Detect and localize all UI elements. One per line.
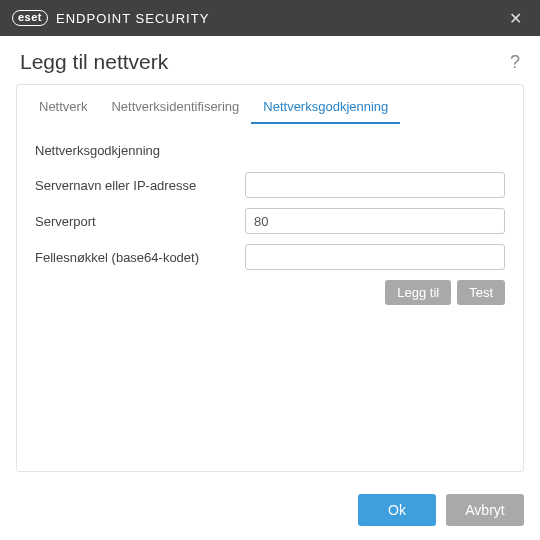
ok-button[interactable]: Ok [358,494,436,526]
server-name-label: Servernavn eller IP-adresse [35,178,245,193]
product-name: ENDPOINT SECURITY [56,11,209,26]
cancel-button[interactable]: Avbryt [446,494,524,526]
server-port-input[interactable] [245,208,505,234]
dialog-footer: Ok Avbryt [358,494,524,526]
form-area: Nettverksgodkjenning Servernavn eller IP… [17,125,523,471]
page-title: Legg til nettverk [20,50,168,74]
shared-key-label: Fellesnøkkel (base64-kodet) [35,250,245,265]
close-icon[interactable]: ✕ [503,5,528,32]
section-title: Nettverksgodkjenning [35,143,505,158]
add-button[interactable]: Legg til [385,280,451,305]
tab-bar: Nettverk Nettverksidentifisering Nettver… [17,85,523,125]
brand-logo: eset [12,10,48,26]
server-port-label: Serverport [35,214,245,229]
main-panel: Nettverk Nettverksidentifisering Nettver… [16,84,524,472]
server-name-input[interactable] [245,172,505,198]
help-icon[interactable]: ? [510,52,520,73]
shared-key-input[interactable] [245,244,505,270]
tab-network-identification[interactable]: Nettverksidentifisering [99,93,251,124]
titlebar: eset ENDPOINT SECURITY ✕ [0,0,540,36]
row-server-name: Servernavn eller IP-adresse [35,172,505,198]
dialog-header: Legg til nettverk ? [0,36,540,84]
row-server-port: Serverport [35,208,505,234]
test-button[interactable]: Test [457,280,505,305]
titlebar-brand: eset ENDPOINT SECURITY [12,10,209,26]
tab-network[interactable]: Nettverk [27,93,99,124]
form-actions: Legg til Test [35,280,505,305]
tab-network-authentication[interactable]: Nettverksgodkjenning [251,93,400,124]
row-shared-key: Fellesnøkkel (base64-kodet) [35,244,505,270]
